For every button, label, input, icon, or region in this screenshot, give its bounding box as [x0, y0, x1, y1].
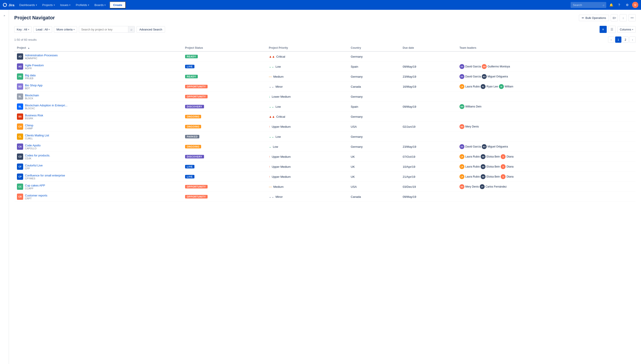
page-1-button[interactable]: 1: [615, 36, 621, 43]
project-cell: CR Customer reports CRPT: [14, 192, 182, 202]
project-name[interactable]: Bio Shop App: [25, 84, 43, 87]
logo[interactable]: Jira: [3, 3, 15, 7]
page-2-button[interactable]: 2: [622, 36, 628, 43]
project-name[interactable]: Customer reports: [25, 194, 47, 197]
settings-icon[interactable]: ⚙: [624, 2, 630, 8]
priority-icon: ↑: [269, 155, 270, 158]
nav-profields[interactable]: Profields ▾: [74, 2, 91, 8]
project-search-input[interactable]: [79, 26, 128, 32]
export-button[interactable]: ⊞ ▾: [611, 14, 618, 21]
project-cell: BD Bio Shop App BDT: [14, 82, 182, 92]
leader-item: EB Eloisa Bein: [481, 164, 500, 169]
results-info: 1-50 of 60 results ‹ 1 2 ›: [14, 36, 636, 43]
project-name[interactable]: Agile Freedom: [25, 64, 44, 67]
country-cell: Germany: [348, 52, 400, 62]
project-status-cell: LIVE: [182, 162, 266, 172]
col-status[interactable]: Project Status: [182, 44, 266, 52]
team-leaders-cell: MD Mery Denis: [457, 122, 636, 132]
project-name[interactable]: Confluence for small enterprise: [25, 174, 65, 177]
priority-icon: —: [269, 185, 272, 188]
grid-view-button[interactable]: ☰: [608, 26, 616, 33]
project-key: CAPOLLO: [25, 147, 41, 150]
pagination: ‹ 1 2 ›: [608, 36, 636, 43]
nav-projects[interactable]: Projects ▾: [40, 2, 57, 8]
next-page-button[interactable]: ›: [629, 36, 636, 43]
team-leaders-cell: DG David García MO Miguel Ortigueira: [457, 72, 636, 82]
priority-label: Minor: [275, 85, 283, 88]
status-badge: OPPORTUNITY: [185, 195, 208, 198]
table-row: CP Confluence for small enterprise CPYME…: [14, 172, 636, 182]
due-date-cell: 23/May/19: [400, 142, 457, 152]
key-filter-button[interactable]: Key : All ▾: [14, 26, 32, 33]
project-cell: CC Cup cakes APP CCAPP: [14, 182, 182, 192]
bulk-operations-button[interactable]: ✏ Bulk Operations: [579, 15, 609, 21]
leader-name: Miguel Ortigueira: [488, 75, 508, 78]
project-name[interactable]: Chimp: [25, 124, 34, 127]
project-name[interactable]: Clients Mailing List: [25, 134, 49, 137]
project-name[interactable]: Blockchain Adoption in Enterpri...: [25, 104, 68, 107]
search-input[interactable]: [571, 2, 606, 8]
project-cell: BL Blockchain BLOCK: [14, 92, 182, 102]
leader-avatar: EB: [481, 164, 486, 169]
col-team-leaders[interactable]: Team leaders: [457, 44, 636, 52]
leader-item: DG David García: [459, 64, 481, 69]
project-name[interactable]: Blockchain: [25, 94, 39, 97]
leader-avatar: CF: [480, 184, 485, 189]
col-country[interactable]: Country: [348, 44, 400, 52]
project-name[interactable]: Coulorful Live: [25, 164, 43, 167]
country-cell: Spain: [348, 102, 400, 112]
prev-page-button[interactable]: ‹: [608, 36, 614, 43]
project-name[interactable]: Cup cakes APP: [25, 184, 45, 187]
col-due-date[interactable]: Due date: [400, 44, 457, 52]
leader-item: MD Mery Denis: [459, 184, 479, 189]
project-name[interactable]: Big data: [25, 74, 36, 77]
project-cell: CA Code Apollo CAPOLLO: [14, 142, 182, 152]
avatar[interactable]: U: [632, 2, 638, 8]
help-icon[interactable]: ?: [616, 2, 622, 8]
nav-boards[interactable]: Boards ▾: [92, 2, 108, 8]
more-criteria-button[interactable]: More criteria ▾: [54, 26, 77, 33]
priority-icon: ⌄: [269, 145, 271, 148]
priority-icon: ⌄⌄: [269, 85, 274, 88]
project-avatar: CH: [17, 124, 23, 130]
project-priority-cell: ↑ Upper Medium: [266, 172, 348, 182]
col-priority[interactable]: Project Priority: [266, 44, 348, 52]
project-name[interactable]: Codes for products.: [25, 154, 50, 157]
lead-filter-button[interactable]: Lead : All ▾: [34, 26, 52, 33]
nav-dashboards[interactable]: Dashboards ▾: [17, 2, 39, 8]
team-leaders-cell: [457, 52, 636, 62]
leader-avatar: MO: [482, 74, 487, 79]
team-leaders-cell: [457, 92, 636, 102]
country-cell: Canada: [348, 192, 400, 202]
leader-item: LR Laura Rubio: [459, 174, 480, 179]
project-name[interactable]: Administration Processes: [25, 54, 58, 57]
project-cell: PR Big data PRUEB: [14, 72, 182, 82]
due-date-cell: 21/Apr/19: [400, 172, 457, 182]
project-priority-cell: ↑ Upper Medium: [266, 122, 348, 132]
nav-issues[interactable]: Issues ▾: [58, 2, 73, 8]
project-avatar: BL: [17, 94, 23, 100]
advanced-search-button[interactable]: Advanced Search: [137, 26, 165, 33]
sidebar-toggle[interactable]: »: [1, 12, 8, 19]
priority-label: Upper Medium: [272, 165, 291, 168]
col-project[interactable]: Project ▲: [14, 44, 182, 52]
due-date-cell: [400, 132, 457, 142]
leader-item: LR Laura Rubio: [459, 154, 480, 159]
sort-button[interactable]: ↕: [620, 14, 627, 21]
leader-item: W William: [499, 84, 513, 89]
list-view-button[interactable]: ≡: [599, 26, 607, 33]
chevron-down-icon: ▾: [632, 28, 633, 31]
project-search-button[interactable]: ⌕: [128, 26, 135, 32]
project-name[interactable]: Business Risk: [25, 114, 43, 117]
priority-icon: ↑: [269, 175, 270, 178]
priority-icon: ↓: [269, 95, 270, 98]
project-status-cell: LIVE: [182, 172, 266, 182]
more-options-button[interactable]: •••: [628, 14, 636, 21]
project-key: CFP: [25, 167, 43, 170]
team-leaders-cell: LR Laura Rubio RL Ryan Lee W William: [457, 82, 636, 92]
create-button[interactable]: Create: [110, 2, 126, 8]
notifications-icon[interactable]: 🔔: [608, 2, 614, 8]
project-name[interactable]: Code Apollo: [25, 144, 41, 147]
columns-button[interactable]: Columns ▾: [617, 26, 636, 33]
project-status-cell: READY: [182, 72, 266, 82]
